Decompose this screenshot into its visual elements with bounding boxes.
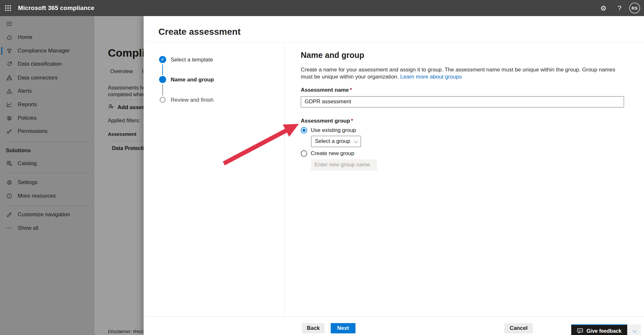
panel-footer: Back Next Cancel Give feedback bbox=[144, 316, 644, 335]
app-launcher-button[interactable] bbox=[0, 0, 16, 16]
assessment-name-label: Assessment name* bbox=[301, 87, 625, 93]
back-button[interactable]: Back bbox=[302, 323, 325, 333]
step-name-and-group[interactable]: Name and group bbox=[171, 77, 214, 83]
chevron-down-icon bbox=[354, 139, 358, 143]
assessment-name-input[interactable] bbox=[301, 96, 624, 107]
step-description: Create a name for your assessment and as… bbox=[301, 66, 625, 80]
app-title: Microsoft 365 compliance bbox=[18, 5, 94, 12]
step-completed-icon: ✓ bbox=[159, 56, 166, 63]
panel-header: Create assessment bbox=[144, 16, 644, 42]
create-assessment-panel: Create assessment ✓ Select a template Na… bbox=[144, 16, 644, 335]
step-review-and-finish[interactable]: Review and finish bbox=[171, 97, 213, 103]
account-avatar[interactable]: RS bbox=[629, 3, 640, 14]
radio-selected-icon[interactable] bbox=[301, 127, 307, 134]
give-feedback-label: Give feedback bbox=[587, 328, 622, 334]
step-select-a-template[interactable]: Select a template bbox=[171, 57, 213, 63]
new-group-name-input[interactable] bbox=[311, 159, 377, 171]
group-select-dropdown[interactable]: Select a group bbox=[311, 136, 361, 147]
give-feedback-button[interactable]: Give feedback bbox=[571, 324, 628, 335]
required-asterisk: * bbox=[350, 87, 352, 93]
help-icon: ? bbox=[618, 4, 621, 12]
speech-bubble-icon bbox=[577, 328, 583, 335]
radio-label: Create new group bbox=[311, 150, 354, 157]
next-button[interactable]: Next bbox=[331, 323, 355, 333]
assessment-group-label: Assessment group* bbox=[301, 118, 625, 124]
step-connector bbox=[162, 84, 163, 96]
cancel-button[interactable]: Cancel bbox=[504, 323, 533, 333]
gear-icon: ⚙ bbox=[601, 5, 607, 12]
step-upcoming-icon bbox=[160, 97, 166, 103]
radio-unselected-icon[interactable] bbox=[301, 150, 307, 157]
settings-button[interactable]: ⚙ bbox=[597, 2, 610, 14]
wizard-stepper: ✓ Select a template Name and group Revie… bbox=[144, 42, 285, 316]
step-heading: Name and group bbox=[301, 51, 625, 60]
chevron-down-icon bbox=[632, 328, 637, 333]
use-existing-group-option[interactable]: Use existing group bbox=[301, 127, 625, 134]
radio-label: Use existing group bbox=[311, 127, 356, 134]
step-current-icon bbox=[159, 76, 166, 83]
step-connector bbox=[162, 64, 163, 75]
feedback-expand-button[interactable] bbox=[628, 324, 641, 335]
create-new-group-option[interactable]: Create new group bbox=[301, 150, 625, 157]
modal-dim-overlay bbox=[0, 16, 144, 335]
help-button[interactable]: ? bbox=[613, 2, 626, 14]
feedback-control: Give feedback bbox=[571, 324, 641, 335]
dropdown-value: Select a group bbox=[315, 138, 350, 144]
learn-more-link[interactable]: Learn more about groups bbox=[400, 74, 462, 80]
panel-title: Create assessment bbox=[158, 27, 241, 37]
required-asterisk: * bbox=[351, 118, 353, 124]
app-top-bar: Microsoft 365 compliance ⚙ ? RS bbox=[0, 0, 644, 16]
waffle-icon bbox=[5, 5, 11, 11]
wizard-step-content: Name and group Create a name for your as… bbox=[285, 42, 644, 316]
